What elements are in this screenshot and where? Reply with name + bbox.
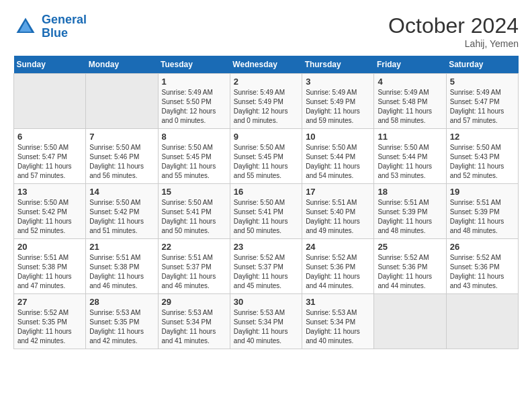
day-info: Sunrise: 5:49 AM Sunset: 5:48 PM Dayligh… — [378, 88, 442, 126]
calendar-cell: 6Sunrise: 5:50 AM Sunset: 5:47 PM Daylig… — [14, 129, 86, 184]
calendar-cell — [374, 294, 446, 349]
weekday-header-sunday: Sunday — [14, 56, 86, 74]
day-info: Sunrise: 5:50 AM Sunset: 5:42 PM Dayligh… — [17, 198, 82, 236]
logo-line2: Blue — [42, 26, 68, 40]
day-info: Sunrise: 5:52 AM Sunset: 5:37 PM Dayligh… — [234, 253, 298, 291]
calendar-cell: 18Sunrise: 5:51 AM Sunset: 5:39 PM Dayli… — [374, 184, 446, 239]
location-subtitle: Lahij, Yemen — [388, 38, 519, 49]
calendar-cell: 21Sunrise: 5:51 AM Sunset: 5:38 PM Dayli… — [86, 239, 158, 294]
calendar-cell: 31Sunrise: 5:53 AM Sunset: 5:34 PM Dayli… — [302, 294, 374, 349]
day-info: Sunrise: 5:53 AM Sunset: 5:35 PM Dayligh… — [89, 308, 154, 346]
day-info: Sunrise: 5:51 AM Sunset: 5:38 PM Dayligh… — [89, 253, 154, 291]
calendar-week-row: 1Sunrise: 5:49 AM Sunset: 5:50 PM Daylig… — [14, 74, 519, 129]
calendar-cell: 26Sunrise: 5:52 AM Sunset: 5:36 PM Dayli… — [446, 239, 518, 294]
day-number: 17 — [306, 187, 370, 197]
weekday-header-row: SundayMondayTuesdayWednesdayThursdayFrid… — [14, 56, 519, 74]
calendar-cell: 8Sunrise: 5:50 AM Sunset: 5:45 PM Daylig… — [158, 129, 230, 184]
calendar-cell: 29Sunrise: 5:53 AM Sunset: 5:34 PM Dayli… — [158, 294, 230, 349]
day-info: Sunrise: 5:51 AM Sunset: 5:37 PM Dayligh… — [162, 253, 226, 291]
day-number: 19 — [450, 187, 515, 197]
calendar-table: SundayMondayTuesdayWednesdayThursdayFrid… — [13, 56, 519, 349]
calendar-cell: 10Sunrise: 5:50 AM Sunset: 5:44 PM Dayli… — [302, 129, 374, 184]
calendar-cell: 14Sunrise: 5:50 AM Sunset: 5:42 PM Dayli… — [86, 184, 158, 239]
calendar-cell: 22Sunrise: 5:51 AM Sunset: 5:37 PM Dayli… — [158, 239, 230, 294]
day-info: Sunrise: 5:50 AM Sunset: 5:45 PM Dayligh… — [162, 143, 226, 181]
day-number: 11 — [378, 132, 442, 142]
day-info: Sunrise: 5:50 AM Sunset: 5:46 PM Dayligh… — [89, 143, 154, 181]
day-info: Sunrise: 5:52 AM Sunset: 5:35 PM Dayligh… — [17, 308, 82, 346]
weekday-header-saturday: Saturday — [446, 56, 518, 74]
calendar-cell: 24Sunrise: 5:52 AM Sunset: 5:36 PM Dayli… — [302, 239, 374, 294]
day-number: 2 — [234, 77, 298, 87]
day-info: Sunrise: 5:49 AM Sunset: 5:47 PM Dayligh… — [450, 88, 515, 126]
day-info: Sunrise: 5:51 AM Sunset: 5:39 PM Dayligh… — [450, 198, 515, 236]
page-header: General Blue October 2024 Lahij, Yemen — [13, 13, 519, 49]
calendar-cell: 3Sunrise: 5:49 AM Sunset: 5:49 PM Daylig… — [302, 74, 374, 129]
day-number: 5 — [450, 77, 515, 87]
calendar-cell: 19Sunrise: 5:51 AM Sunset: 5:39 PM Dayli… — [446, 184, 518, 239]
calendar-cell: 30Sunrise: 5:53 AM Sunset: 5:34 PM Dayli… — [230, 294, 302, 349]
day-number: 20 — [17, 242, 82, 252]
calendar-cell: 5Sunrise: 5:49 AM Sunset: 5:47 PM Daylig… — [446, 74, 518, 129]
calendar-cell: 2Sunrise: 5:49 AM Sunset: 5:49 PM Daylig… — [230, 74, 302, 129]
day-info: Sunrise: 5:50 AM Sunset: 5:43 PM Dayligh… — [450, 143, 515, 181]
day-number: 24 — [306, 242, 370, 252]
calendar-cell: 23Sunrise: 5:52 AM Sunset: 5:37 PM Dayli… — [230, 239, 302, 294]
day-info: Sunrise: 5:52 AM Sunset: 5:36 PM Dayligh… — [450, 253, 515, 291]
day-info: Sunrise: 5:50 AM Sunset: 5:44 PM Dayligh… — [306, 143, 370, 181]
calendar-cell: 20Sunrise: 5:51 AM Sunset: 5:38 PM Dayli… — [14, 239, 86, 294]
logo: General Blue — [13, 13, 87, 40]
day-info: Sunrise: 5:51 AM Sunset: 5:40 PM Dayligh… — [306, 198, 370, 236]
day-number: 7 — [89, 132, 154, 142]
calendar-cell: 25Sunrise: 5:52 AM Sunset: 5:36 PM Dayli… — [374, 239, 446, 294]
logo-line1: General — [42, 13, 87, 26]
day-number: 31 — [306, 297, 370, 307]
calendar-cell: 27Sunrise: 5:52 AM Sunset: 5:35 PM Dayli… — [14, 294, 86, 349]
calendar-cell: 15Sunrise: 5:50 AM Sunset: 5:41 PM Dayli… — [158, 184, 230, 239]
day-number: 25 — [378, 242, 442, 252]
calendar-week-row: 6Sunrise: 5:50 AM Sunset: 5:47 PM Daylig… — [14, 129, 519, 184]
day-info: Sunrise: 5:50 AM Sunset: 5:45 PM Dayligh… — [234, 143, 298, 181]
logo-text: General Blue — [42, 13, 87, 40]
day-number: 13 — [17, 187, 82, 197]
day-number: 26 — [450, 242, 515, 252]
day-number: 29 — [162, 297, 226, 307]
day-number: 3 — [306, 77, 370, 87]
calendar-week-row: 27Sunrise: 5:52 AM Sunset: 5:35 PM Dayli… — [14, 294, 519, 349]
weekday-header-tuesday: Tuesday — [158, 56, 230, 74]
day-info: Sunrise: 5:49 AM Sunset: 5:50 PM Dayligh… — [162, 88, 226, 126]
calendar-week-row: 20Sunrise: 5:51 AM Sunset: 5:38 PM Dayli… — [14, 239, 519, 294]
day-info: Sunrise: 5:49 AM Sunset: 5:49 PM Dayligh… — [306, 88, 370, 126]
logo-icon — [13, 15, 38, 39]
day-info: Sunrise: 5:53 AM Sunset: 5:34 PM Dayligh… — [234, 308, 298, 346]
weekday-header-monday: Monday — [86, 56, 158, 74]
weekday-header-thursday: Thursday — [302, 56, 374, 74]
calendar-cell — [446, 294, 518, 349]
calendar-cell: 12Sunrise: 5:50 AM Sunset: 5:43 PM Dayli… — [446, 129, 518, 184]
month-title: October 2024 — [388, 13, 519, 38]
day-info: Sunrise: 5:50 AM Sunset: 5:47 PM Dayligh… — [17, 143, 82, 181]
calendar-cell: 11Sunrise: 5:50 AM Sunset: 5:44 PM Dayli… — [374, 129, 446, 184]
day-number: 1 — [162, 77, 226, 87]
day-info: Sunrise: 5:49 AM Sunset: 5:49 PM Dayligh… — [234, 88, 298, 126]
day-number: 10 — [306, 132, 370, 142]
calendar-cell: 13Sunrise: 5:50 AM Sunset: 5:42 PM Dayli… — [14, 184, 86, 239]
day-info: Sunrise: 5:53 AM Sunset: 5:34 PM Dayligh… — [162, 308, 226, 346]
day-number: 16 — [234, 187, 298, 197]
day-info: Sunrise: 5:52 AM Sunset: 5:36 PM Dayligh… — [306, 253, 370, 291]
day-number: 27 — [17, 297, 82, 307]
weekday-header-wednesday: Wednesday — [230, 56, 302, 74]
calendar-cell: 17Sunrise: 5:51 AM Sunset: 5:40 PM Dayli… — [302, 184, 374, 239]
day-number: 14 — [89, 187, 154, 197]
day-number: 28 — [89, 297, 154, 307]
day-number: 18 — [378, 187, 442, 197]
day-number: 9 — [234, 132, 298, 142]
day-number: 8 — [162, 132, 226, 142]
day-number: 15 — [162, 187, 226, 197]
day-number: 22 — [162, 242, 226, 252]
calendar-cell: 4Sunrise: 5:49 AM Sunset: 5:48 PM Daylig… — [374, 74, 446, 129]
calendar-week-row: 13Sunrise: 5:50 AM Sunset: 5:42 PM Dayli… — [14, 184, 519, 239]
calendar-cell: 9Sunrise: 5:50 AM Sunset: 5:45 PM Daylig… — [230, 129, 302, 184]
day-number: 6 — [17, 132, 82, 142]
day-info: Sunrise: 5:51 AM Sunset: 5:39 PM Dayligh… — [378, 198, 442, 236]
